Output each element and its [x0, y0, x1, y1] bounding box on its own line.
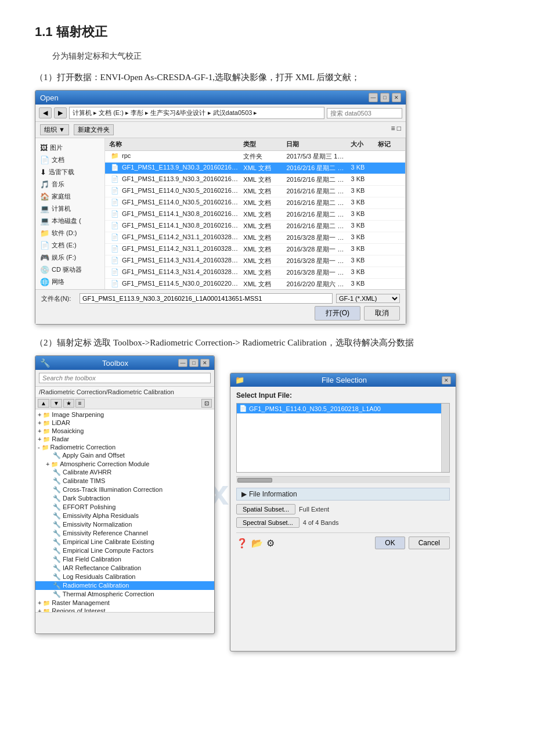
table-row[interactable]: 📄GF1_PMS1_E114.3_N31.4_20160328_L1A00014… — [105, 255, 405, 267]
sidebar-item[interactable]: 💿CD 驱动器 — [35, 264, 104, 276]
sidebar-item[interactable]: 📄文档 (E:) — [35, 239, 104, 251]
list-item[interactable]: 🔧 Dark Subtraction — [35, 494, 214, 503]
footer-buttons: 打开(O) 取消 — [41, 306, 400, 321]
toolbox-titlebar: 🔧 Toolbox — □ ✕ — [35, 356, 214, 370]
filesel-file-item[interactable]: 📄 GF1_PMS1_E114.0_N30.5_20160218_L1A00 — [237, 404, 449, 413]
table-row[interactable]: 📄GF1_PMS1_E114.2_N31.1_20160328_L1A00014… — [105, 232, 405, 244]
table-row[interactable]: 📁rpc文件夹2017/5/3 星期三 19:42 — [105, 151, 405, 163]
filter-btn[interactable]: ≡ — [75, 399, 85, 408]
file-info-header[interactable]: ▶ File Information — [236, 488, 450, 501]
sidebar-item[interactable]: 🎵音乐 — [35, 178, 104, 190]
dock-btn[interactable]: ⊡ — [201, 399, 212, 408]
sidebar-item-icon: 📁 — [40, 229, 49, 237]
step2-label: （2）辐射定标 选取 Toolbox->Radiometric Correcti… — [35, 337, 499, 348]
toolbox-search-input[interactable] — [39, 373, 211, 383]
filetype-select[interactable]: GF-1 (*.XML) — [336, 294, 400, 303]
list-item[interactable]: 🔧 Calibrate AVHRR — [35, 468, 214, 477]
sidebar-item[interactable]: ⬇迅雷下载 — [35, 166, 104, 178]
toolbox-restore[interactable]: □ — [189, 359, 199, 367]
toolbox-path: /Radiometric Correction/Radiometric Cali… — [35, 387, 214, 398]
new-folder-btn[interactable]: 新建文件夹 — [74, 124, 114, 135]
filesel-close[interactable]: ✕ — [442, 376, 451, 384]
file-type: XML 文档 — [241, 256, 284, 266]
open-button[interactable]: 打开(O) — [315, 306, 360, 321]
list-item[interactable]: 🔧 EFFORT Polishing — [35, 503, 214, 512]
sidebar-item[interactable]: 🏠家庭组 — [35, 190, 104, 203]
list-item[interactable]: 🔧 IAR Reflectance Calibration — [35, 564, 214, 573]
toolbox-close[interactable]: ✕ — [200, 359, 210, 367]
filename-input[interactable] — [80, 293, 333, 304]
table-row[interactable]: 📄GF1_PMS1_E114.1_N30.8_20160216_L1A00014… — [105, 221, 405, 232]
list-item[interactable]: 🔧 Calibrate TIMS — [35, 477, 214, 485]
table-row[interactable]: 📄GF1_PMS1_E113.9_N30.3_20160216_L1A00014… — [105, 174, 405, 186]
help-icon[interactable]: ❓ — [236, 538, 248, 549]
sidebar-item[interactable]: 📁软件 (D:) — [35, 227, 104, 239]
list-item[interactable]: + 📁 Regions of Interest — [35, 607, 214, 613]
spectral-subset-btn[interactable]: Spectral Subset... — [236, 517, 300, 528]
filesel-file-area[interactable]: 📄 GF1_PMS1_E114.0_N30.5_20160218_L1A00 — [236, 403, 450, 473]
organize-btn[interactable]: 组织 ▼ — [40, 124, 69, 135]
collapse-btn[interactable]: ▲ — [38, 399, 49, 408]
table-row[interactable]: 📄GF1_PMS1_E114.0_N30.5_20160216_L1A00014… — [105, 197, 405, 209]
vertical-scrollbar[interactable] — [441, 404, 449, 472]
list-item[interactable]: 🔧 Empirical Line Compute Factors — [35, 546, 214, 555]
sidebar-item[interactable]: 💻计算机 — [35, 203, 104, 215]
path-bar[interactable]: 计算机 ▸ 文档 (E:) ▸ 李彤 ▸ 生产实习&毕业设计 ▸ 武汉data0… — [69, 107, 324, 119]
folder-icon: 📁 — [43, 600, 52, 606]
sidebar-item[interactable]: 🌐网络 — [35, 276, 104, 288]
spectral-subset-row: Spectral Subset... 4 of 4 Bands — [236, 517, 450, 528]
sidebar-item[interactable]: 💻本地磁盘 ( — [35, 215, 104, 227]
back-button[interactable]: ◀ — [39, 107, 52, 118]
folder-icon[interactable]: 📂 — [251, 538, 263, 549]
file-size: 3 KB — [349, 175, 376, 185]
file-type: XML 文档 — [241, 244, 284, 254]
sidebar-item[interactable]: 📄文档 — [35, 154, 104, 166]
file-date: 2016/2/16 星期二 13:47 — [284, 210, 349, 219]
list-item[interactable]: 🔧 Apply Gain and Offset — [35, 451, 214, 460]
maximize-btn[interactable]: □ — [380, 93, 389, 102]
toolbox-minimize[interactable]: — — [178, 359, 187, 367]
expand-btn[interactable]: ▼ — [50, 399, 62, 408]
list-item[interactable]: 🔧 Thermal Atmospheric Correction — [35, 590, 214, 599]
list-item[interactable]: + 📁 Raster Management — [35, 599, 214, 607]
tree-item-label: Image Sharpening — [52, 411, 104, 418]
view-toggle[interactable]: ≡ □ — [391, 124, 401, 135]
horizontal-scrollbar[interactable] — [236, 476, 450, 483]
list-item[interactable]: 🔧 Emissivity Alpha Residuals — [35, 512, 214, 520]
minimize-btn[interactable]: — — [369, 93, 378, 102]
list-item[interactable]: 🔧 Log Residuals Calibration — [35, 573, 214, 581]
close-btn[interactable]: ✕ — [392, 93, 401, 102]
table-row[interactable]: 📄GF1_PMS1_E114.3_N31.4_20160328_L1A00014… — [105, 267, 405, 279]
cancel-button[interactable]: 取消 — [364, 306, 400, 321]
file-size: 3 KB — [349, 210, 376, 219]
tree-item-label: Radar — [52, 435, 69, 442]
settings-icon[interactable]: ⚙ — [266, 538, 275, 549]
list-item[interactable]: 🔧 Empirical Line Calibrate Existing — [35, 538, 214, 546]
spatial-subset-btn[interactable]: Spatial Subset... — [236, 504, 295, 514]
tree-item-label: Mosaicking — [52, 427, 84, 434]
filesel-ok-btn[interactable]: OK — [375, 537, 405, 549]
search-input[interactable] — [327, 108, 402, 118]
table-row[interactable]: 📄GF1_PMS1_E114.0_N30.5_20160216_L1A00014… — [105, 186, 405, 197]
list-item[interactable]: + 📁 LiDAR — [35, 419, 214, 427]
filesel-cancel-btn[interactable]: Cancel — [409, 537, 450, 549]
list-item[interactable]: - 📁 Radiometric Correction — [35, 443, 214, 451]
table-row[interactable]: 📄GF1_PMS1_E114.5_N30.0_20160220_L1A00014… — [105, 279, 405, 289]
sidebar-item-label: 文档 — [52, 156, 64, 164]
list-item[interactable]: 🔧 Emissivity Reference Channel — [35, 529, 214, 538]
list-item[interactable]: 🔧 Emissivity Normalization — [35, 520, 214, 529]
sidebar-item[interactable]: 🖼图片 — [35, 142, 104, 154]
list-item[interactable]: + 📁 Atmospheric Correction Module — [35, 460, 214, 468]
list-item[interactable]: 🔧 Radiometric Calibration — [35, 581, 214, 590]
list-item[interactable]: 🔧 Flat Field Calibration — [35, 555, 214, 564]
list-item[interactable]: + 📁 Mosaicking — [35, 427, 214, 435]
forward-button[interactable]: ▶ — [54, 107, 67, 118]
list-item[interactable]: 🔧 Cross-Track Illumination Correction — [35, 485, 214, 494]
list-item[interactable]: + 📁 Radar — [35, 435, 214, 443]
table-row[interactable]: 📄GF1_PMS1_E114.1_N30.8_20160216_L1A00014… — [105, 209, 405, 221]
sidebar-item[interactable]: 🎮娱乐 (F:) — [35, 251, 104, 264]
list-item[interactable]: + 📁 Image Sharpening — [35, 411, 214, 419]
table-row[interactable]: 📄GF1_PMS1_E114.2_N31.1_20160328_L1A00014… — [105, 244, 405, 255]
table-row[interactable]: 📄GF1_PMS1_E113.9_N30.3_20160216_L1A00014… — [105, 163, 405, 174]
star-btn[interactable]: ★ — [63, 399, 74, 408]
